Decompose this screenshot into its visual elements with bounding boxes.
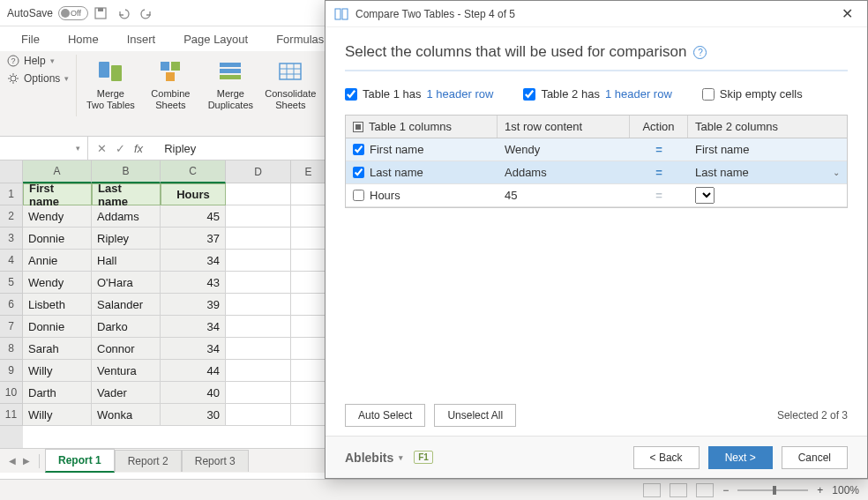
row-checkbox[interactable] [353, 167, 364, 178]
help-button[interactable]: ? Help ▾ [7, 55, 69, 67]
cell[interactable] [291, 338, 326, 360]
cell[interactable]: 34 [161, 316, 226, 338]
cell[interactable] [226, 338, 291, 360]
cell[interactable]: Wendy [23, 272, 92, 294]
formula-value[interactable]: Ripley [164, 142, 196, 155]
cell[interactable] [226, 272, 291, 294]
column-header[interactable]: C [161, 160, 226, 183]
columns-table-row[interactable]: First nameWendy=First name [346, 138, 847, 161]
options-button[interactable]: Options ▾ [7, 72, 69, 85]
column-header[interactable]: D [226, 160, 291, 183]
cell[interactable] [226, 316, 291, 338]
cell[interactable] [291, 316, 326, 338]
cell[interactable] [291, 205, 326, 228]
auto-select-button[interactable]: Auto Select [345, 404, 425, 427]
row-header[interactable]: 2 [0, 205, 23, 228]
cell[interactable]: Willy [23, 404, 92, 426]
skip-empty-checkbox[interactable]: Skip empty cells [702, 87, 803, 101]
row-header[interactable]: 11 [0, 404, 23, 426]
cell[interactable]: Vader [92, 382, 161, 404]
cell[interactable]: Willy [23, 360, 92, 382]
cell[interactable]: Hall [92, 250, 161, 272]
cell[interactable]: 37 [161, 228, 226, 250]
cell[interactable]: Salander [92, 294, 161, 316]
cell[interactable] [291, 360, 326, 382]
table1-header-checkbox[interactable]: Table 1 has 1 header row [345, 87, 493, 101]
cell[interactable]: 34 [161, 250, 226, 272]
row-header[interactable]: 1 [0, 183, 23, 205]
table2-header-link[interactable]: 1 header row [605, 87, 672, 101]
row-header[interactable]: 5 [0, 272, 23, 294]
cell[interactable]: 34 [161, 338, 226, 360]
close-icon[interactable]: ✕ [836, 5, 858, 22]
autosave-toggle[interactable]: AutoSave Off [7, 6, 81, 20]
cell[interactable] [226, 183, 291, 205]
fx-icon[interactable]: fx [134, 142, 143, 155]
help-icon[interactable]: ? [693, 46, 707, 59]
cell[interactable] [291, 382, 326, 404]
column-header[interactable]: B [92, 160, 161, 183]
sheet-nav-next-icon[interactable]: ▶ [19, 456, 34, 466]
tab-page-layout[interactable]: Page Layout [169, 27, 262, 51]
cell[interactable] [226, 228, 291, 250]
cell[interactable] [291, 250, 326, 272]
select-all-triangle[interactable] [0, 160, 23, 183]
table-header-cell[interactable]: Last name [92, 183, 161, 205]
table1-header-link[interactable]: 1 header row [427, 87, 494, 101]
cell[interactable] [226, 250, 291, 272]
cell[interactable]: Donnie [23, 228, 92, 250]
cell[interactable]: Donnie [23, 316, 92, 338]
row-header[interactable]: 8 [0, 338, 23, 360]
undo-icon[interactable] [116, 6, 131, 20]
chevron-down-icon[interactable]: ⌄ [833, 168, 840, 177]
row-header[interactable]: 3 [0, 228, 23, 250]
sheet-nav-prev-icon[interactable]: ◀ [5, 456, 19, 466]
cell[interactable]: 30 [161, 404, 226, 426]
row-header[interactable]: 7 [0, 316, 23, 338]
cell[interactable]: Ripley [92, 228, 161, 250]
cell[interactable]: O'Hara [92, 272, 161, 294]
merge-two-tables-button[interactable]: Merge Two Tables [84, 55, 137, 111]
row-checkbox[interactable] [353, 144, 364, 155]
row-header[interactable]: 4 [0, 250, 23, 272]
row-header[interactable]: 6 [0, 294, 23, 316]
cell[interactable] [226, 294, 291, 316]
select-all-checkbox[interactable] [353, 122, 363, 132]
unselect-all-button[interactable]: Unselect All [434, 404, 516, 427]
confirm-icon[interactable]: ✓ [116, 142, 125, 155]
tab-insert[interactable]: Insert [113, 27, 170, 51]
row-checkbox[interactable] [353, 190, 364, 201]
cell[interactable] [291, 272, 326, 294]
page-layout-view-icon[interactable] [670, 483, 687, 497]
consolidate-sheets-button[interactable]: Consolidate Sheets [264, 55, 317, 111]
combine-sheets-button[interactable]: Combine Sheets [144, 55, 197, 111]
next-button[interactable]: Next > [708, 446, 773, 469]
cell[interactable]: Sarah [23, 338, 92, 360]
cell[interactable]: Connor [92, 338, 161, 360]
cell[interactable]: 39 [161, 294, 226, 316]
cell[interactable] [291, 294, 326, 316]
table-header-cell[interactable]: Hours [161, 183, 226, 205]
page-break-view-icon[interactable] [696, 483, 714, 497]
sheet-tab[interactable]: Report 2 [115, 450, 182, 472]
cell[interactable]: 45 [161, 205, 226, 228]
cell[interactable]: Wonka [92, 404, 161, 426]
normal-view-icon[interactable] [643, 483, 661, 497]
cell[interactable] [291, 183, 326, 205]
redo-icon[interactable] [139, 6, 153, 20]
row-header[interactable]: 10 [0, 382, 23, 404]
table2-header-checkbox[interactable]: Table 2 has 1 header row [523, 87, 671, 101]
brand-label[interactable]: Ablebits ▾ F1 [345, 451, 433, 465]
tab-file[interactable]: File [7, 27, 54, 51]
cancel-icon[interactable]: ✕ [97, 142, 107, 155]
cell[interactable]: Ventura [92, 360, 161, 382]
back-button[interactable]: < Back [633, 446, 700, 469]
sheet-tab[interactable]: Report 3 [182, 450, 249, 472]
cell[interactable] [291, 228, 326, 250]
cancel-button[interactable]: Cancel [782, 446, 848, 469]
columns-table-row[interactable]: Last nameAddams=Last name⌄ [346, 161, 847, 184]
cell[interactable]: 43 [161, 272, 226, 294]
cell[interactable] [226, 404, 291, 426]
cell[interactable]: Addams [92, 205, 161, 228]
tab-home[interactable]: Home [54, 27, 113, 51]
